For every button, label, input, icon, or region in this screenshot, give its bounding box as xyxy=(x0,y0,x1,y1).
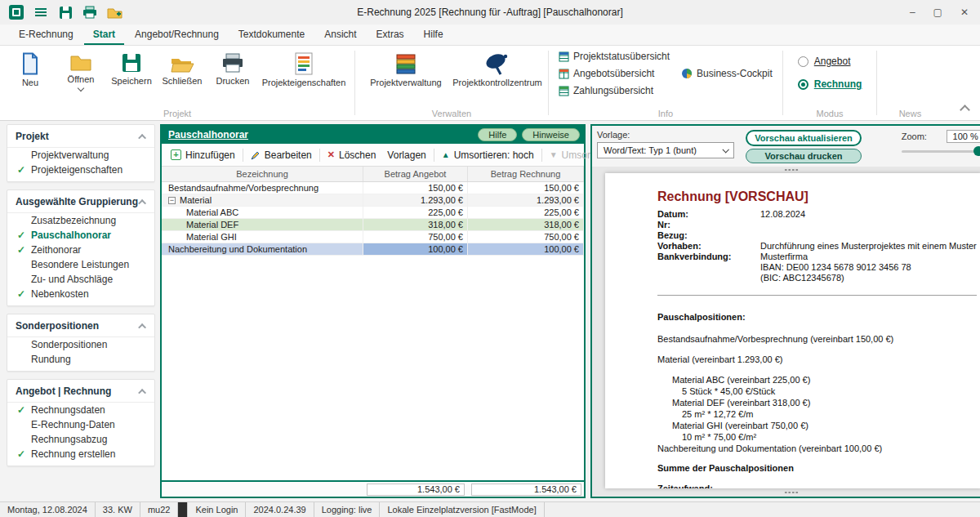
sidebar-item-nebenkosten[interactable]: ✓Nebenkosten xyxy=(7,287,154,301)
ribbon-group-label-info: Info xyxy=(549,109,782,118)
panel-header: Pauschalhonorar Hilfe Hinweise xyxy=(162,126,584,144)
projektstatusuebersicht-button[interactable]: Projektstatusübersicht xyxy=(559,51,670,62)
drucken-button[interactable]: Drucken xyxy=(209,49,256,89)
pauschalhonorar-panel: Pauschalhonorar Hilfe Hinweise + Hinzufü… xyxy=(160,124,586,498)
column-header-betrag-rechnung[interactable]: Betrag Rechnung xyxy=(468,167,584,181)
vorlagen-button[interactable]: Vorlagen xyxy=(381,147,431,163)
menu-item-e-rechnung[interactable]: E-Rechnung xyxy=(10,25,82,45)
projektverwaltung-button[interactable]: Projektverwaltung xyxy=(362,49,450,91)
section-header-angebot-rechnung[interactable]: Angebot | Rechnung xyxy=(7,380,154,403)
angebotsuebersicht-button[interactable]: Angebotsübersicht xyxy=(559,68,670,79)
oeffnen-button[interactable]: Öffnen xyxy=(57,49,105,94)
table-row-selected[interactable]: Nachbereitung und Dokumentation 100,00 €… xyxy=(162,243,584,256)
table-row-group[interactable]: − Material 1.293,00 € 1.293,00 € xyxy=(162,194,584,207)
ribbon-group-label-verwalten: Verwalten xyxy=(355,109,548,118)
sidebar-item-pauschalhonorar[interactable]: ✓Pauschalhonorar xyxy=(7,228,154,243)
modus-angebot-radio[interactable]: Angebot xyxy=(798,56,862,67)
sidebar-item-e-rechnung-daten[interactable]: E-Rechnung-Daten xyxy=(7,417,154,432)
projektkontrollzentrum-button[interactable]: Projektkontrollzentrum xyxy=(453,49,541,91)
vorschau-aktualisieren-button[interactable]: Vorschau aktualisieren xyxy=(746,130,862,146)
arrow-up-icon: ▲ xyxy=(442,150,450,159)
column-header-betrag-angebot[interactable]: Betrag Angebot xyxy=(363,167,468,181)
section-header-projekt[interactable]: Projekt xyxy=(7,125,154,148)
app-logo-icon[interactable] xyxy=(8,4,24,20)
modus-rechnung-radio[interactable]: Rechnung xyxy=(798,78,862,90)
ribbon-collapse-chevron-icon[interactable] xyxy=(960,105,970,115)
umsortieren-hoch-button[interactable]: ▲ Umsortieren: hoch xyxy=(436,147,540,163)
menu-bar: E-Rechnung Start Angebot/Rechnung Textdo… xyxy=(0,25,980,46)
zoom-slider-thumb[interactable] xyxy=(973,146,980,156)
radio-icon xyxy=(798,56,808,67)
new-folder-icon[interactable] xyxy=(106,4,122,20)
document-properties-icon xyxy=(294,52,314,75)
ribbon-group-info: Projektstatusübersicht Angebotsübersicht… xyxy=(549,46,782,120)
ribbon-group-modus: Angebot Rechnung Modus xyxy=(783,46,877,120)
menu-item-ansicht[interactable]: Ansicht xyxy=(315,25,365,45)
table-row[interactable]: Bestandsaufnahme/Vorbesprechnung 150,00 … xyxy=(162,182,584,194)
menu-item-start[interactable]: Start xyxy=(84,25,124,45)
bearbeiten-button[interactable]: Bearbeiten xyxy=(245,147,318,163)
collapse-expander-icon[interactable]: − xyxy=(168,197,176,204)
hinzufuegen-button[interactable]: + Hinzufügen xyxy=(165,147,241,163)
template-select[interactable]: Word/Text: Typ 1 (bunt) xyxy=(597,142,734,158)
maximize-icon[interactable]: ▢ xyxy=(933,7,942,18)
vorschau-drucken-button[interactable]: Vorschau drucken xyxy=(746,149,862,163)
sidebar-item-rechnungsdaten[interactable]: ✓Rechnungsdaten xyxy=(7,403,154,417)
section-header-gruppierung[interactable]: Ausgewählte Gruppierung xyxy=(7,190,154,213)
zoom-value[interactable]: 100 % xyxy=(947,130,980,143)
sidebar-item-projektverwaltung[interactable]: Projektverwaltung xyxy=(7,148,154,163)
menu-item-textdokumente[interactable]: Textdokumente xyxy=(229,25,314,45)
projekteigenschaften-button[interactable]: Projekteigenschaften xyxy=(260,49,348,91)
zoom-slider[interactable] xyxy=(902,146,980,157)
hinweise-button[interactable]: Hinweise xyxy=(522,128,580,141)
sidebar-section-sonderpositionen: Sonderpositionen Sonderpositionen Rundun… xyxy=(7,314,155,372)
neu-button[interactable]: Neu xyxy=(7,49,54,91)
splitter-grip-icon[interactable] xyxy=(784,491,799,494)
check-icon: ✓ xyxy=(17,448,31,460)
save-icon[interactable] xyxy=(57,4,74,20)
window-controls: – ▢ ✕ xyxy=(910,7,972,18)
business-cockpit-button[interactable]: Business-Cockpit xyxy=(681,68,773,79)
schliessen-button[interactable]: Schließen xyxy=(158,49,206,89)
table-row[interactable]: Material ABC 225,00 € 225,00 € xyxy=(162,207,584,219)
menu-icon[interactable] xyxy=(33,4,49,20)
hilfe-button[interactable]: Hilfe xyxy=(478,128,517,141)
splitter-grip-icon[interactable] xyxy=(784,168,799,172)
positions-table: Bezeichnung Betrag Angebot Betrag Rechnu… xyxy=(162,167,584,497)
sidebar-item-rechnungsabzug[interactable]: Rechnungsabzug xyxy=(7,432,154,447)
menu-item-extras[interactable]: Extras xyxy=(368,25,413,45)
pie-chart-icon xyxy=(681,68,693,79)
speichern-button[interactable]: Speichern xyxy=(108,49,155,89)
sidebar-item-rechnung-erstellen[interactable]: ✓Rechnung erstellen xyxy=(7,447,154,461)
check-icon: ✓ xyxy=(17,164,31,176)
document-divider xyxy=(657,295,977,296)
chevron-down-icon xyxy=(78,85,84,91)
sidebar-item-besondere-leistungen[interactable]: Besondere Leistungen xyxy=(7,257,154,272)
panel-toolbar: + Hinzufügen Bearbeiten ✕ Löschen Vorlag… xyxy=(162,144,584,167)
zahlungsuebersicht-button[interactable]: Zahlungsübersicht xyxy=(559,85,670,96)
preview-area: Rechnung [VORSCHAU] Datum:12.08.2024 Nr:… xyxy=(592,167,980,497)
sidebar-item-zusatzbezeichnung[interactable]: Zusatzbezeichnung xyxy=(7,213,154,228)
section-header-sonderpositionen[interactable]: Sonderpositionen xyxy=(7,314,154,337)
total-rechnung: 1.543,00 € xyxy=(471,484,581,496)
table-row[interactable]: Material DEF 318,00 € 318,00 € xyxy=(162,219,584,231)
menu-item-angebot-rechnung[interactable]: Angebot/Rechnung xyxy=(126,25,228,45)
zoom-slider-track xyxy=(902,150,980,153)
close-icon[interactable]: ✕ xyxy=(960,7,969,18)
chevron-up-icon xyxy=(138,323,146,331)
menu-item-hilfe[interactable]: Hilfe xyxy=(415,25,452,45)
sidebar-item-zeithonorar[interactable]: ✓Zeithonorar xyxy=(7,243,154,257)
minimize-icon[interactable]: – xyxy=(910,7,915,18)
check-icon: ✓ xyxy=(17,230,31,241)
loeschen-button[interactable]: ✕ Löschen xyxy=(322,147,382,163)
print-icon[interactable] xyxy=(82,4,98,20)
chevron-up-icon xyxy=(138,388,146,396)
save-disk-icon xyxy=(121,52,142,74)
table-row[interactable]: Material GHI 750,00 € 750,00 € xyxy=(162,231,584,243)
sidebar-item-sonderpositionen[interactable]: Sonderpositionen xyxy=(7,337,154,352)
sidebar-item-rundung[interactable]: Rundung xyxy=(7,352,154,367)
panel-title: Pauschalhonorar xyxy=(168,129,248,140)
sidebar-item-zu-und-abschlaege[interactable]: Zu- und Abschläge xyxy=(7,272,154,287)
column-header-bezeichnung[interactable]: Bezeichnung xyxy=(162,167,363,181)
sidebar-item-projekteigenschaften[interactable]: ✓Projekteigenschaften xyxy=(7,163,154,177)
